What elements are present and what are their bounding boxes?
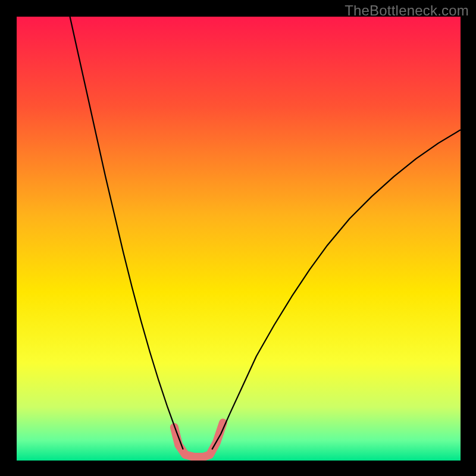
bottleneck-chart: [17, 17, 461, 461]
watermark-text: TheBottleneck.com: [345, 2, 469, 19]
chart-frame: TheBottleneck.com: [0, 0, 476, 476]
plot-area: [17, 17, 461, 461]
